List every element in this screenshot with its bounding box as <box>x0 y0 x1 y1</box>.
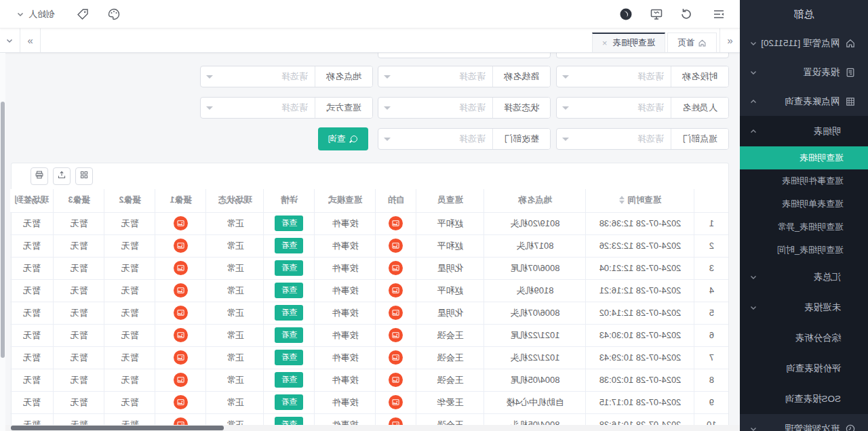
sidebar-item-网点账表查询[interactable]: 网点账表查询 <box>740 87 868 116</box>
cell-location: 自助机中心4楼 <box>484 391 586 413</box>
cell-index: 3 <box>694 257 728 279</box>
select-input[interactable]: 请选择 <box>557 129 671 149</box>
tab-首页[interactable]: 首页 <box>667 33 717 52</box>
column-header-time[interactable]: 巡查时间 <box>586 189 694 212</box>
photo-thumbnail[interactable] <box>174 261 188 275</box>
sidebar-item-巡查明细表_异常[interactable]: 巡查明细表_异常 <box>740 216 868 239</box>
sidebar-item-报表设置[interactable]: 报表设置 <box>740 58 868 87</box>
view-detail-button[interactable]: 查看 <box>275 260 304 276</box>
sidebar-item-网点管理 [1151120][interactable]: 网点管理 [1151120] <box>740 28 868 58</box>
photo-thumbnail[interactable] <box>389 373 403 387</box>
sidebar-item-未巡报表[interactable]: 未巡报表 <box>740 292 868 323</box>
photo-thumbnail[interactable] <box>174 350 188 365</box>
view-detail-button[interactable]: 查看 <box>275 350 304 365</box>
photo-thumbnail[interactable] <box>174 216 188 230</box>
photo-thumbnail[interactable] <box>174 373 188 387</box>
vertical-scrollbar[interactable] <box>0 53 5 431</box>
dark-circle-icon[interactable] <box>619 7 633 21</box>
select-input[interactable]: 请选择 <box>378 129 492 149</box>
select-placeholder: 请选择 <box>281 102 308 114</box>
cell-selfie <box>376 279 416 302</box>
sidebar-item-巡查明细表_时间[interactable]: 巡查明细表_时间 <box>740 239 868 262</box>
cell-status: 正常 <box>206 257 264 279</box>
column-header-index <box>694 189 728 212</box>
close-icon[interactable]: × <box>602 39 608 47</box>
cell-status: 正常 <box>206 302 264 324</box>
cell-checkin: 暂无 <box>10 302 54 324</box>
select-input[interactable]: 请选择 <box>378 66 492 87</box>
search-button[interactable]: 查询 <box>318 127 368 150</box>
select-input[interactable]: 请选择 <box>557 98 671 118</box>
sidebar-item-汇总表[interactable]: 汇总表 <box>740 262 868 292</box>
view-detail-button[interactable]: 查看 <box>275 238 304 253</box>
user-menu[interactable]: 创始人 <box>16 0 55 28</box>
select-input[interactable]: 请选择 <box>557 66 671 87</box>
table-toolbar <box>31 167 93 185</box>
form-field-clipped[interactable] <box>378 53 551 58</box>
tab-巡查明细表[interactable]: 巡查明细表× <box>592 33 665 52</box>
cell-mode: 按事件 <box>315 302 376 324</box>
refresh-icon[interactable] <box>679 7 693 21</box>
photo-thumbnail[interactable] <box>174 283 188 297</box>
photo-thumbnail[interactable] <box>174 306 188 320</box>
export-button[interactable] <box>53 167 71 185</box>
column-label: 摄像2 <box>119 195 141 205</box>
photo-thumbnail[interactable] <box>174 239 188 253</box>
view-detail-button[interactable]: 查看 <box>275 216 304 231</box>
select-input[interactable] <box>378 53 550 58</box>
photo-thumbnail[interactable] <box>389 350 403 365</box>
photo-thumbnail[interactable] <box>389 395 403 409</box>
photo-thumbnail[interactable] <box>389 216 403 230</box>
photo-thumbnail[interactable] <box>389 283 403 297</box>
table-row: 22024-07-28 12:23:268017机头赵和平按事件查看正常暂无暂无… <box>10 234 728 257</box>
sidebar-item-明细表[interactable]: 明细表 <box>740 116 868 146</box>
tabs-dropdown-button[interactable] <box>0 28 20 52</box>
cell-selfie <box>376 369 416 391</box>
sidebar-item-综合分析表[interactable]: 综合分析表 <box>740 323 868 353</box>
sidebar-item-label: 班次智能管理 <box>785 423 840 431</box>
sidebar-item-label: 巡查明细表_异常 <box>777 221 844 233</box>
horizontal-scrollbar[interactable] <box>0 425 740 431</box>
cell-status: 正常 <box>206 324 264 346</box>
sidebar-item-SOS报表查询[interactable]: SOS报表查询 <box>740 384 868 414</box>
sidebar-item-班次智能管理[interactable]: 班次智能管理 <box>740 414 868 431</box>
tabs-scroll-right-button[interactable]: » <box>20 28 41 52</box>
form-field-clipped[interactable] <box>556 53 729 58</box>
select-input[interactable]: 请选择 <box>378 98 492 118</box>
cell-cam2: 暂无 <box>104 324 155 346</box>
select-input[interactable] <box>557 53 728 58</box>
cell-detail: 查看 <box>264 369 315 391</box>
view-detail-button[interactable]: 查看 <box>275 283 304 298</box>
tabs-scroll-left-button[interactable]: « <box>719 28 740 52</box>
view-detail-button[interactable]: 查看 <box>275 394 304 410</box>
photo-thumbnail[interactable] <box>389 328 403 342</box>
palette-icon[interactable] <box>107 7 121 21</box>
photo-thumbnail[interactable] <box>389 261 403 275</box>
photo-thumbnail[interactable] <box>174 328 188 342</box>
cell-cam3: 暂无 <box>54 234 104 257</box>
columns-button[interactable] <box>75 167 93 185</box>
sidebar-item-评价报表查询[interactable]: 评价报表查询 <box>740 353 868 384</box>
cell-cam3: 暂无 <box>54 391 104 413</box>
sidebar-item-巡查明细表[interactable]: 巡查明细表 <box>740 146 868 169</box>
screen-icon[interactable] <box>650 7 663 21</box>
cell-selfie <box>376 324 416 346</box>
tag-icon[interactable] <box>76 7 90 21</box>
view-detail-button[interactable]: 查看 <box>275 372 304 388</box>
photo-thumbnail[interactable] <box>174 395 188 409</box>
printer-button[interactable] <box>31 167 48 185</box>
view-detail-button[interactable]: 查看 <box>275 327 304 343</box>
select-input[interactable]: 请选择 <box>201 98 315 118</box>
sort-icon[interactable] <box>619 196 625 204</box>
photo-thumbnail[interactable] <box>389 239 403 253</box>
photo-thumbnail[interactable] <box>389 306 403 320</box>
sidebar-item-巡查表单明细表[interactable]: 巡查表单明细表 <box>740 192 868 216</box>
view-detail-button[interactable]: 查看 <box>275 305 304 321</box>
caret-down-icon <box>562 75 569 79</box>
fold-icon[interactable] <box>712 7 726 21</box>
select-input[interactable]: 请选择 <box>201 66 315 87</box>
cell-detail: 查看 <box>264 234 315 257</box>
cell-location: 8017机头 <box>484 234 586 257</box>
sidebar-item-巡查事件明细表[interactable]: 巡查事件明细表 <box>740 169 868 192</box>
cell-time: 2024-07-28 12:14:02 <box>586 302 694 324</box>
